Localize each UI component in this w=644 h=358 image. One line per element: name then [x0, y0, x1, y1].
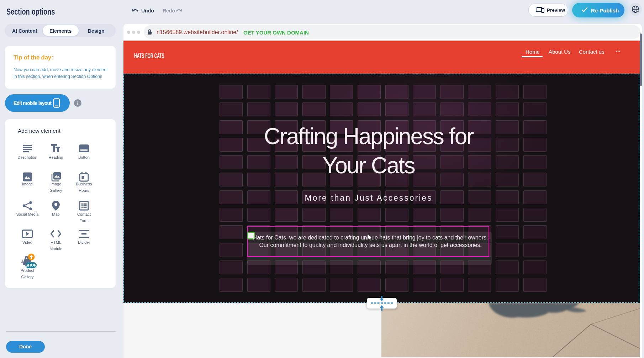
svg-text:SHOP: SHOP: [25, 263, 36, 267]
